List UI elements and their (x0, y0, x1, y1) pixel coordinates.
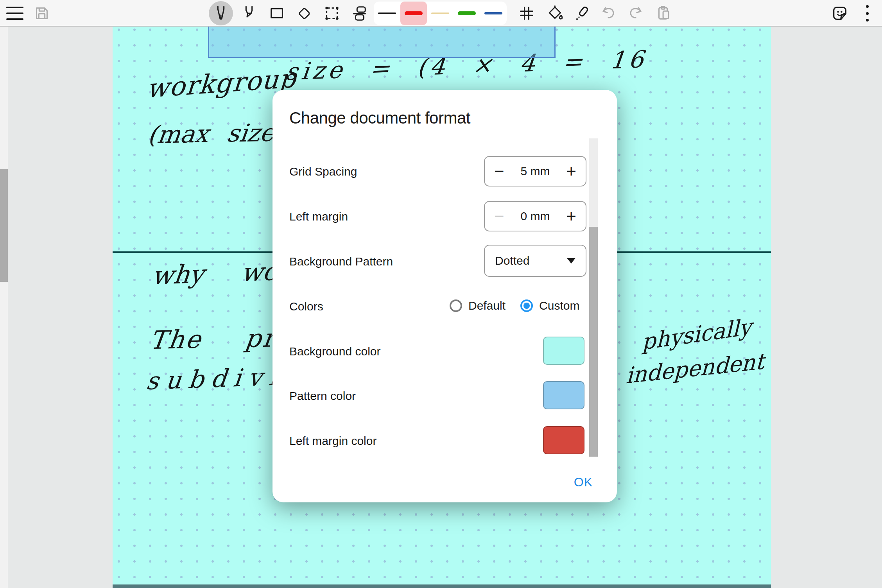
selection-rectangle[interactable] (208, 25, 556, 58)
menu-icon[interactable] (6, 7, 23, 20)
handwriting-max-size: (max size (146, 118, 276, 149)
left-margin-decrease-button[interactable]: − (494, 208, 504, 225)
radio-unselected-icon (450, 299, 462, 312)
chevron-down-icon (567, 258, 575, 264)
grid-spacing-increase-button[interactable]: + (566, 163, 576, 180)
stroke-preset-green[interactable] (454, 2, 480, 25)
dialog-title: Change document format (289, 109, 470, 127)
page-layout-icon[interactable] (350, 4, 368, 22)
fill-bucket-icon[interactable] (546, 4, 564, 22)
stroke-sample (405, 11, 423, 15)
pattern-color-label: Pattern color (289, 389, 356, 403)
stroke-preset-blue[interactable] (480, 2, 507, 25)
left-margin-label: Left margin (289, 210, 348, 223)
colors-custom-option[interactable]: Custom (520, 299, 579, 312)
background-pattern-dropdown[interactable]: Dotted (484, 245, 586, 277)
dialog-scrollbar-thumb[interactable] (589, 227, 598, 457)
paste-icon[interactable] (655, 4, 673, 22)
colors-default-option[interactable]: Default (450, 299, 506, 312)
colors-default-label: Default (468, 299, 506, 312)
left-margin-color-swatch[interactable] (543, 426, 584, 454)
colors-radio-group: Default Custom (450, 298, 579, 314)
pattern-color-swatch[interactable] (543, 381, 584, 409)
highlighter-icon[interactable] (240, 4, 258, 22)
laser-pointer-icon[interactable] (573, 4, 591, 22)
change-document-format-dialog: Change document format Grid Spacing − 5 … (272, 90, 617, 502)
redo-icon[interactable] (626, 4, 644, 22)
sticker-icon[interactable] (831, 4, 849, 22)
grid-spacing-decrease-button[interactable]: − (494, 163, 504, 180)
save-icon[interactable] (33, 4, 51, 22)
fountain-pen-icon[interactable] (212, 4, 230, 22)
left-margin-increase-button[interactable]: + (566, 208, 576, 225)
radio-selected-icon (520, 299, 533, 312)
main-toolbar (0, 0, 882, 27)
stroke-sample (484, 12, 502, 14)
background-color-label: Background color (289, 345, 380, 358)
stroke-preset-red-selected[interactable] (400, 2, 427, 25)
stroke-sample (378, 13, 396, 14)
stroke-sample (458, 11, 476, 15)
left-margin-stepper: − 0 mm + (484, 201, 586, 231)
app-window: workgroup size = (4 × 4 = 16 (max size w… (0, 0, 882, 588)
background-pattern-value: Dotted (495, 254, 529, 267)
lasso-select-icon[interactable] (323, 4, 341, 22)
more-menu-icon[interactable] (862, 5, 872, 22)
left-margin-color-label: Left margin color (289, 434, 376, 448)
stroke-preset-black[interactable] (374, 2, 400, 25)
colors-label: Colors (289, 300, 323, 313)
eraser-icon[interactable] (295, 4, 313, 22)
stroke-preset-panel (374, 2, 507, 25)
grid-spacing-value: 5 mm (521, 165, 550, 178)
grid-icon[interactable] (518, 4, 536, 22)
page-bottom-edge (113, 584, 771, 588)
grid-spacing-stepper: − 5 mm + (484, 156, 586, 186)
rectangle-shape-icon[interactable] (268, 4, 286, 22)
grid-spacing-label: Grid Spacing (289, 165, 357, 178)
stroke-preset-yellow[interactable] (427, 2, 454, 25)
side-drag-handle[interactable] (0, 169, 8, 282)
background-pattern-label: Background Pattern (289, 255, 393, 268)
undo-icon[interactable] (600, 4, 618, 22)
left-edge-strip (0, 27, 8, 588)
left-margin-value: 0 mm (521, 210, 550, 223)
colors-custom-label: Custom (539, 299, 579, 312)
stroke-sample (431, 13, 449, 14)
background-color-swatch[interactable] (543, 337, 584, 365)
ok-button[interactable]: OK (574, 475, 593, 489)
